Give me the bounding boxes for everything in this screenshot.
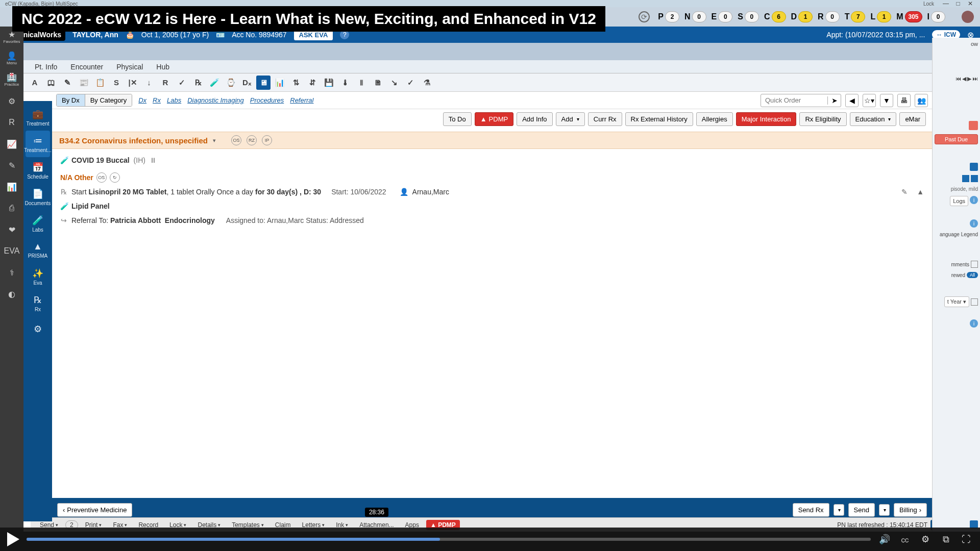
side-schedule[interactable]: 📅Schedule	[26, 157, 50, 184]
tab-encounter[interactable]: Encounter	[64, 61, 109, 73]
lipid-order-row[interactable]: 🧪 Lipid Panel	[58, 199, 926, 213]
toolbar-icon-9[interactable]: ✓	[175, 76, 189, 90]
settings-icon[interactable]: 👥	[915, 94, 928, 107]
filter-dx[interactable]: Dx	[138, 96, 146, 104]
rx-order-row[interactable]: ℞ Start Lisinopril 20 MG Tablet, 1 table…	[58, 185, 926, 199]
nav-📈[interactable]: 📈	[4, 136, 20, 152]
nav-⎙[interactable]: ⎙	[4, 200, 20, 216]
other-ring-refresh[interactable]: ↻	[110, 172, 120, 183]
emar-button[interactable]: eMar	[899, 112, 926, 126]
filter-rx[interactable]: Rx	[153, 96, 161, 104]
win-maximize[interactable]: □	[953, 0, 963, 7]
play-button[interactable]	[7, 532, 19, 546]
checkbox-1[interactable]	[971, 261, 978, 268]
info-icon-3[interactable]: i	[970, 319, 978, 328]
nav-r[interactable]: R	[4, 114, 20, 131]
toolbar-icon-1[interactable]: 🕮	[44, 76, 58, 90]
dx-ring-os[interactable]: OS	[231, 135, 241, 145]
side-eva[interactable]: ✨Eva	[26, 263, 50, 290]
bean-l[interactable]: L1	[870, 11, 891, 22]
nav-first-icon[interactable]: ⏮	[955, 76, 961, 82]
tab-physical[interactable]: Physical	[110, 61, 149, 73]
referral-row[interactable]: ↪ Referral To: Patricia Abbott Endocrino…	[58, 213, 926, 228]
side-treatment-[interactable]: ≔Treatment...	[26, 131, 50, 157]
todo-button[interactable]: To Do	[443, 112, 472, 126]
bean-d[interactable]: D1	[791, 11, 813, 22]
side-treatment[interactable]: 💼Treatment	[26, 104, 50, 131]
toolbar-icon-11[interactable]: 🧪	[207, 76, 222, 90]
nav-prev-icon[interactable]: ◀	[962, 76, 966, 82]
bean-i[interactable]: I0	[927, 11, 945, 22]
nav-last-icon[interactable]: ⏭	[972, 76, 978, 82]
all-toggle[interactable]: All	[967, 272, 978, 278]
blue-square-2[interactable]	[962, 175, 969, 182]
filter-di[interactable]: Diagnostic Imaging	[187, 96, 244, 104]
info-icon-2[interactable]: i	[970, 219, 978, 228]
win-close[interactable]: ✕	[966, 0, 975, 7]
nav-⚙[interactable]: ⚙	[4, 93, 20, 109]
tab-hub[interactable]: Hub	[150, 61, 176, 73]
lock-label[interactable]: Lock	[923, 1, 934, 7]
past-due-badge[interactable]: Past Due	[935, 134, 978, 144]
nav-📊[interactable]: 📊	[4, 179, 20, 195]
filter-proc[interactable]: Procedures	[250, 96, 284, 104]
nav-next-icon[interactable]: ▶	[967, 76, 971, 82]
toolbar-icon-3[interactable]: 📰	[77, 76, 91, 90]
toolbar-icon-20[interactable]: ⫴	[354, 76, 369, 90]
patient-name[interactable]: TAYLOR, Ann	[72, 31, 118, 39]
user-avatar-icon[interactable]	[962, 11, 974, 23]
quick-order-input[interactable]	[761, 96, 827, 104]
nav-◐[interactable]: ◐	[4, 286, 20, 302]
toolbar-icon-5[interactable]: S	[109, 76, 124, 90]
diagnosis-header[interactable]: B34.2 Coronavirus infection, unspecified…	[52, 132, 932, 149]
send-button[interactable]: Send	[848, 503, 875, 517]
by-category-toggle[interactable]: By Category	[85, 94, 132, 106]
toolbar-icon-2[interactable]: ✎	[60, 76, 75, 90]
toolbar-icon-15[interactable]: 📊	[273, 76, 287, 90]
bean-t[interactable]: T7	[845, 11, 866, 22]
toolbar-icon-19[interactable]: 🌡	[338, 76, 352, 90]
prev-medicine-nav[interactable]: ‹Preventive Medicine	[57, 503, 132, 517]
appointment-label[interactable]: Appt: (10/07/2022 03:15 pm, ...	[826, 31, 925, 39]
edit-icon[interactable]: ✎	[901, 188, 908, 196]
rx-external-history-button[interactable]: Rx External History	[625, 112, 693, 126]
toolbar-icon-4[interactable]: 📋	[93, 76, 107, 90]
send-menu[interactable]	[879, 504, 890, 516]
nav-prev-icon[interactable]: ◀	[845, 94, 859, 107]
toolbar-icon-23[interactable]: ✓	[403, 76, 418, 90]
logs-button[interactable]: Logs	[950, 196, 968, 206]
rx-eligibility-button[interactable]: Rx Eligibility	[799, 112, 846, 126]
tab-pt-info[interactable]: Pt. Info	[29, 61, 63, 73]
dx-ring-ip[interactable]: IP	[262, 135, 272, 145]
toolbar-icon-12[interactable]: ⌚	[224, 76, 238, 90]
bean-r[interactable]: R0	[818, 11, 840, 22]
education-menu[interactable]: Education	[850, 112, 897, 126]
toolbar-icon-14[interactable]: 🖥	[256, 76, 271, 90]
nav-⚕[interactable]: ⚕	[4, 264, 20, 281]
volume-icon[interactable]: 🔊	[878, 533, 891, 546]
alert-icon[interactable]: ▲	[917, 188, 924, 196]
side-[interactable]: ⚙	[26, 316, 50, 343]
filter-labs[interactable]: Labs	[167, 96, 181, 104]
side-rx[interactable]: ℞Rx	[26, 290, 50, 316]
dx-dropdown-icon[interactable]: ▾	[213, 137, 216, 144]
checkbox-2[interactable]	[971, 298, 978, 306]
toolbar-icon-7[interactable]: ↓	[142, 76, 156, 90]
add-info-button[interactable]: Add Info	[517, 112, 552, 126]
curr-rx-button[interactable]: Curr Rx	[588, 112, 622, 126]
side-prisma[interactable]: ▲PRISMA	[26, 237, 50, 263]
add-menu[interactable]: Add	[556, 112, 585, 126]
filter-referral[interactable]: Referral	[290, 96, 313, 104]
bean-c[interactable]: C6	[764, 11, 786, 22]
blue-square-3[interactable]	[971, 175, 978, 182]
year-dropdown[interactable]: t Year ▾	[944, 296, 969, 307]
quick-order[interactable]: ➤	[761, 94, 841, 107]
bean-n[interactable]: N0	[684, 11, 706, 22]
bean-p[interactable]: P2	[658, 11, 679, 22]
side-labs[interactable]: 🧪Labs	[26, 210, 50, 237]
send-rx-button[interactable]: Send Rx	[793, 503, 829, 517]
filter-icon[interactable]: ▼	[880, 94, 893, 107]
toolbar-icon-24[interactable]: ⚗	[420, 76, 434, 90]
print-icon[interactable]: 🖶	[897, 94, 911, 107]
blue-square-1[interactable]	[970, 163, 978, 171]
